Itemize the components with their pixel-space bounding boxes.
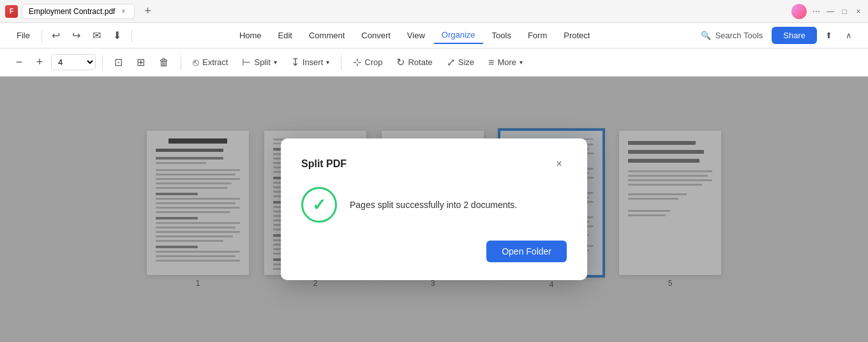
menu-divider-2: [131, 29, 132, 42]
nav-view[interactable]: View: [400, 27, 433, 43]
delete-button[interactable]: 🗑: [154, 54, 174, 71]
fit-page-button[interactable]: ⊡: [109, 53, 128, 71]
close-button[interactable]: ×: [854, 7, 863, 16]
upload-button[interactable]: ⬆: [819, 27, 837, 45]
title-bar-left: F Employment Contract.pdf × +: [5, 3, 791, 20]
minimize-button[interactable]: —: [826, 7, 835, 16]
nav-home[interactable]: Home: [232, 27, 269, 43]
modal-body: ✓ Pages split successfully into 2 docume…: [301, 187, 567, 223]
zoom-control: − + 4 1 2 3 5: [10, 54, 96, 71]
maximize-button[interactable]: □: [840, 7, 849, 16]
app-tab[interactable]: Employment Contract.pdf ×: [22, 4, 135, 19]
insert-button[interactable]: ↧ Insert ▾: [286, 53, 335, 71]
split-label: Split: [254, 57, 270, 67]
modal-message: Pages split successfully into 2 document…: [350, 198, 517, 212]
search-tools[interactable]: 🔍 Search Tools: [694, 28, 769, 43]
checkmark-icon: ✓: [312, 195, 326, 215]
modal-title: Split PDF: [301, 158, 347, 170]
extract-icon: ⎋: [193, 57, 199, 68]
undo-button[interactable]: ↩: [47, 27, 65, 45]
avatar[interactable]: [791, 4, 807, 19]
nav-edit[interactable]: Edit: [271, 27, 300, 43]
modal-close-button[interactable]: ×: [551, 156, 567, 172]
modal-footer: Open Folder: [301, 241, 567, 262]
nav-comment[interactable]: Comment: [301, 27, 352, 43]
nav-tools[interactable]: Tools: [484, 27, 519, 43]
menu-divider-1: [41, 29, 42, 42]
nav-convert[interactable]: Convert: [354, 27, 398, 43]
nav-protect[interactable]: Protect: [556, 27, 597, 43]
toolbar-divider-3: [341, 55, 341, 70]
rotate-button[interactable]: ↻ Rotate: [391, 53, 437, 71]
title-bar-right: ⋯ — □ ×: [791, 4, 863, 19]
crop-button[interactable]: ⊹ Crop: [348, 53, 387, 71]
zoom-select[interactable]: 4 1 2 3 5: [51, 54, 96, 70]
nav-items: Home Edit Comment Convert View Organize …: [137, 27, 692, 44]
search-icon: 🔍: [701, 31, 711, 40]
file-menu[interactable]: File: [10, 28, 36, 43]
crop-icon: ⊹: [353, 56, 361, 68]
nav-organize[interactable]: Organize: [434, 27, 483, 44]
redo-button[interactable]: ↪: [68, 27, 86, 45]
main-content: 1: [0, 77, 868, 342]
more-chevron-icon: ▾: [520, 59, 523, 66]
size-label: Size: [458, 57, 474, 67]
toolbar-divider-2: [181, 55, 181, 70]
tab-close-button[interactable]: ×: [119, 7, 128, 16]
more-button[interactable]: ≡ More ▾: [483, 54, 528, 71]
more-icon: ≡: [488, 57, 494, 68]
app-icon: F: [5, 5, 18, 18]
split-icon: ⊢: [242, 56, 251, 68]
fit-page-icon: ⊡: [114, 56, 123, 68]
insert-icon: ↧: [291, 56, 299, 68]
download-button[interactable]: ⬇: [108, 27, 126, 45]
rotate-label: Rotate: [408, 57, 432, 67]
modal: Split PDF × ✓ Pages split successfully i…: [281, 138, 587, 280]
crop-label: Crop: [364, 57, 382, 67]
success-icon: ✓: [301, 187, 337, 223]
tab-title: Employment Contract.pdf: [29, 7, 115, 16]
collapse-button[interactable]: ∧: [840, 27, 858, 45]
open-folder-button[interactable]: Open Folder: [486, 241, 567, 262]
title-bar: F Employment Contract.pdf × + ⋯ — □ ×: [0, 0, 868, 23]
more-options-button[interactable]: ⋯: [812, 7, 821, 16]
extract-label: Extract: [202, 57, 228, 67]
fit-width-icon: ⊞: [137, 56, 145, 68]
new-tab-button[interactable]: +: [138, 3, 156, 20]
modal-header: Split PDF ×: [301, 156, 567, 172]
toolbar-divider-1: [102, 55, 103, 70]
window-controls: ⋯ — □ ×: [812, 7, 863, 16]
search-tools-label: Search Tools: [715, 31, 763, 40]
nav-form[interactable]: Form: [520, 27, 555, 43]
size-icon: ⤢: [447, 56, 455, 68]
insert-chevron-icon: ▾: [326, 59, 329, 66]
size-button[interactable]: ⤢ Size: [442, 53, 479, 71]
split-chevron-icon: ▾: [274, 59, 277, 66]
modal-overlay: Split PDF × ✓ Pages split successfully i…: [0, 77, 868, 342]
zoom-in-button[interactable]: +: [31, 54, 49, 71]
zoom-out-button[interactable]: −: [10, 54, 28, 71]
fit-width-button[interactable]: ⊞: [131, 53, 150, 71]
email-button[interactable]: ✉: [88, 27, 106, 45]
split-button[interactable]: ⊢ Split ▾: [237, 53, 281, 71]
insert-label: Insert: [303, 57, 324, 67]
toolbar: − + 4 1 2 3 5 ⊡ ⊞ 🗑 ⎋ Extract ⊢ Split ▾ …: [0, 48, 868, 77]
more-label: More: [497, 57, 516, 67]
delete-icon: 🗑: [159, 57, 169, 68]
extract-button[interactable]: ⎋ Extract: [188, 54, 233, 71]
menu-bar: File ↩ ↪ ✉ ⬇ Home Edit Comment Convert V…: [0, 23, 868, 48]
rotate-icon: ↻: [396, 56, 405, 68]
share-button[interactable]: Share: [772, 27, 817, 44]
